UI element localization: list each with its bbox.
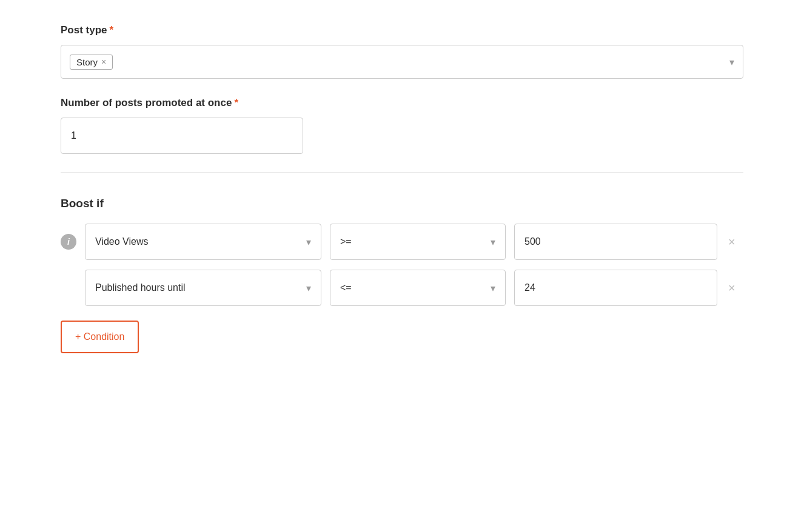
value-input-2[interactable] bbox=[514, 270, 717, 306]
remove-condition-2[interactable]: × bbox=[726, 279, 738, 298]
posts-promoted-section: Number of posts promoted at once * bbox=[61, 97, 743, 154]
post-type-tags: Story × bbox=[70, 55, 729, 70]
post-type-label-text: Post type bbox=[61, 24, 107, 36]
boost-if-section: Boost if i Video Views ▾ >= ▾ × Publishe… bbox=[61, 197, 743, 353]
metric-label-2: Published hours until bbox=[95, 282, 306, 293]
operator-chevron-2: ▾ bbox=[491, 282, 495, 294]
posts-promoted-label-text: Number of posts promoted at once bbox=[61, 97, 232, 109]
operator-chevron-1: ▾ bbox=[491, 236, 495, 248]
add-condition-button[interactable]: + Condition bbox=[61, 321, 139, 353]
condition-row-1: i Video Views ▾ >= ▾ × bbox=[61, 224, 743, 260]
condition-row-2: Published hours until ▾ <= ▾ × bbox=[61, 270, 743, 306]
metric-label-1: Video Views bbox=[95, 236, 306, 247]
value-input-1[interactable] bbox=[514, 224, 717, 260]
story-tag-remove[interactable]: × bbox=[101, 57, 106, 67]
posts-promoted-input[interactable] bbox=[61, 118, 303, 154]
operator-select-2[interactable]: <= ▾ bbox=[330, 270, 506, 306]
post-type-select[interactable]: Story × ▾ bbox=[61, 45, 743, 79]
info-icon-1[interactable]: i bbox=[61, 234, 76, 250]
required-star-posts: * bbox=[234, 97, 238, 109]
section-divider bbox=[61, 172, 743, 173]
operator-label-2: <= bbox=[340, 282, 491, 293]
boost-if-title: Boost if bbox=[61, 197, 743, 210]
metric-select-1[interactable]: Video Views ▾ bbox=[85, 224, 321, 260]
operator-label-1: >= bbox=[340, 236, 491, 247]
remove-condition-1[interactable]: × bbox=[726, 233, 738, 251]
story-tag: Story × bbox=[70, 55, 113, 70]
metric-select-2[interactable]: Published hours until ▾ bbox=[85, 270, 321, 306]
story-tag-label: Story bbox=[76, 57, 98, 67]
metric-chevron-2: ▾ bbox=[306, 282, 311, 294]
post-type-label: Post type * bbox=[61, 24, 743, 36]
metric-chevron-1: ▾ bbox=[306, 236, 311, 248]
posts-promoted-label: Number of posts promoted at once * bbox=[61, 97, 743, 109]
post-type-section: Post type * Story × ▾ bbox=[61, 24, 743, 79]
post-type-chevron-icon: ▾ bbox=[729, 56, 734, 68]
operator-select-1[interactable]: >= ▾ bbox=[330, 224, 506, 260]
required-star-post-type: * bbox=[110, 24, 114, 36]
